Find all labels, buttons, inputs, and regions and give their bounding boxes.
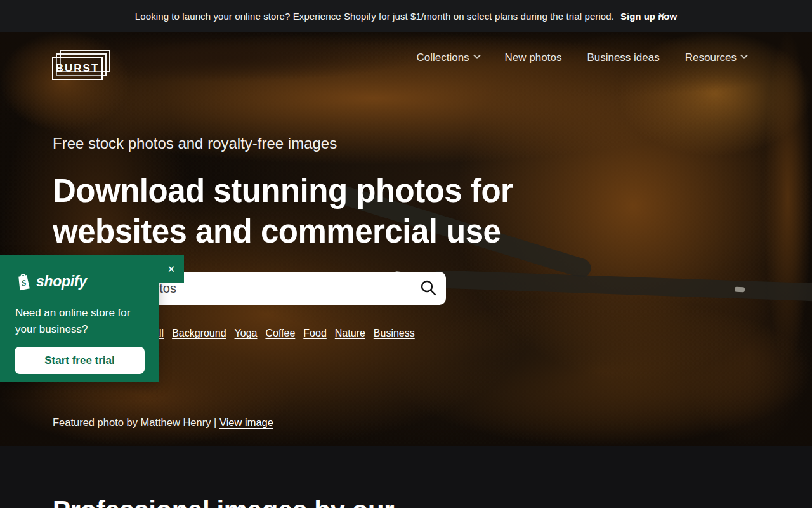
start-free-trial-button[interactable]: Start free trial — [15, 347, 145, 374]
burst-logo[interactable]: BURST — [52, 50, 112, 80]
promo-banner: Looking to launch your online store? Exp… — [0, 0, 812, 32]
nav-resources[interactable]: Resources — [685, 51, 747, 64]
logo-wordmark: BURST — [56, 62, 100, 75]
site-header: BURST Collections New photos Business id… — [0, 32, 812, 108]
trending-link-business[interactable]: Business — [374, 328, 415, 339]
nav-label: New photos — [505, 51, 562, 64]
main-nav: Collections New photos Business ideas Re… — [416, 51, 747, 64]
shopify-bag-icon: S — [15, 272, 32, 291]
trending-link-yoga[interactable]: Yoga — [235, 328, 258, 339]
featured-photo-credit: Featured photo by Matthew Henry | View i… — [53, 417, 273, 429]
popup-close-icon[interactable]: ✕ — [159, 255, 184, 283]
forest-road — [431, 270, 812, 302]
trending-link-food[interactable]: Food — [303, 328, 326, 339]
trending-link-background[interactable]: Background — [172, 328, 226, 339]
svg-text:S: S — [22, 278, 27, 288]
popup-message: Need an online store for your business? — [15, 305, 142, 338]
nav-collections[interactable]: Collections — [416, 51, 479, 64]
page: Looking to launch your online store? Exp… — [0, 0, 812, 508]
below-fold-section: Professional images by our community — [0, 446, 812, 508]
credit-text: Featured photo by Matthew Henry | — [53, 417, 216, 428]
nav-label: Resources — [685, 51, 737, 64]
view-image-link[interactable]: View image — [219, 417, 273, 428]
shopify-logo: S shopify — [15, 272, 87, 291]
chevron-down-icon — [473, 51, 480, 58]
shopify-wordmark: shopify — [36, 273, 87, 290]
trending-link-coffee[interactable]: Coffee — [265, 328, 295, 339]
promo-banner-text: Looking to launch your online store? Exp… — [135, 11, 614, 22]
nav-label: Business ideas — [587, 51, 659, 64]
search-icon — [419, 279, 437, 297]
hero-eyebrow: Free stock photos and royalty-free image… — [53, 135, 337, 152]
shopify-popup: ✕ S shopify Need an online store for you… — [0, 255, 159, 382]
search-button[interactable] — [418, 278, 438, 298]
nav-new-photos[interactable]: New photos — [505, 51, 562, 64]
trending-link-nature[interactable]: Nature — [335, 328, 365, 339]
chevron-down-icon — [740, 51, 747, 58]
hero-title: Download stunning photos for websites an… — [53, 171, 547, 252]
logo-front-frame: BURST — [52, 57, 103, 80]
nav-label: Collections — [416, 51, 469, 64]
section-heading: Professional images by our community — [53, 494, 408, 508]
car-on-road — [735, 287, 745, 293]
nav-business-ideas[interactable]: Business ideas — [587, 51, 659, 64]
banner-close-icon[interactable]: ✕ — [653, 8, 670, 24]
